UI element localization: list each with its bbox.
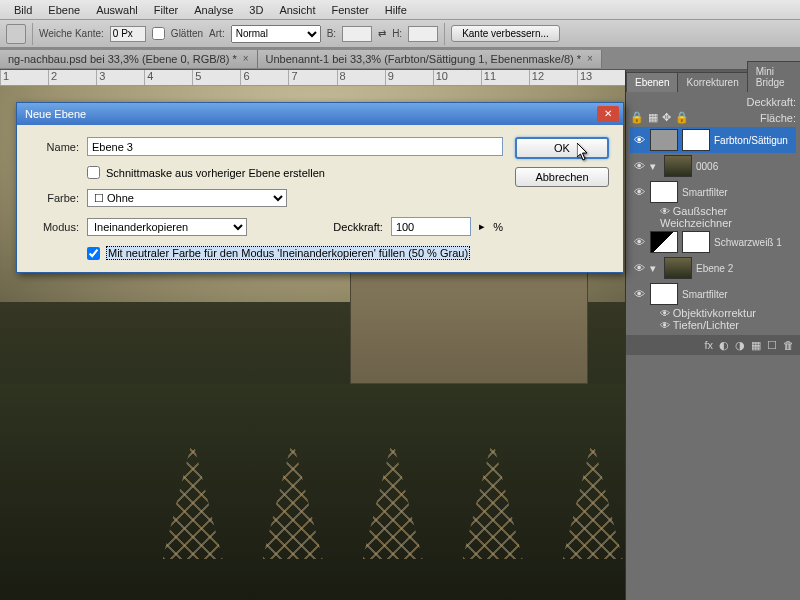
doc-tab-1-label: ng-nachbau.psd bei 33,3% (Ebene 0, RGB/8… xyxy=(8,53,237,65)
options-bar: Weiche Kante: Glätten Art: Normal B: ⇄ H… xyxy=(0,20,800,48)
chevron-down-icon[interactable]: ▾ xyxy=(650,160,660,173)
antialias-check[interactable] xyxy=(152,27,165,40)
opacity-input[interactable] xyxy=(391,217,471,236)
mask-icon[interactable]: ◐ xyxy=(719,339,729,352)
name-label: Name: xyxy=(31,141,79,153)
mode-select[interactable]: Ineinanderkopieren xyxy=(87,218,247,236)
menu-fenster[interactable]: Fenster xyxy=(323,4,376,16)
layer-thumb[interactable] xyxy=(664,155,692,177)
ruler-tick: 3 xyxy=(96,70,144,85)
visibility-icon[interactable]: 👁 xyxy=(632,288,646,300)
dialog-form: Name: Schnittmaske aus vorheriger Ebene … xyxy=(31,137,503,260)
group-icon[interactable]: ▦ xyxy=(751,339,761,352)
filter-mask-thumb[interactable] xyxy=(650,283,678,305)
image-trellis xyxy=(363,439,423,559)
menu-3d[interactable]: 3D xyxy=(241,4,271,16)
lock-all-icon[interactable]: 🔒 xyxy=(675,111,689,124)
chevron-down-icon[interactable]: ▾ xyxy=(650,262,660,275)
width-label: B: xyxy=(327,28,336,39)
style-select[interactable]: Normal xyxy=(231,25,321,43)
close-icon[interactable]: × xyxy=(243,53,249,64)
doc-tab-1[interactable]: ng-nachbau.psd bei 33,3% (Ebene 0, RGB/8… xyxy=(0,50,258,68)
layer-ebene2[interactable]: 👁 ▾ Ebene 2 xyxy=(630,255,796,281)
fx-icon[interactable]: fx xyxy=(704,339,713,351)
dialog-titlebar[interactable]: Neue Ebene ✕ xyxy=(17,103,623,125)
document-tabs: ng-nachbau.psd bei 33,3% (Ebene 0, RGB/8… xyxy=(0,48,800,70)
clip-mask-check[interactable] xyxy=(87,166,100,179)
move-icon[interactable]: ✥ xyxy=(662,111,671,124)
filter-shadows[interactable]: 👁 Tiefen/Lichter xyxy=(630,319,796,331)
layer-smartfilter-2[interactable]: 👁 Smartfilter xyxy=(630,281,796,307)
tab-ebenen[interactable]: Ebenen xyxy=(626,72,678,92)
close-icon[interactable]: × xyxy=(587,53,593,64)
ruler-tick: 1 xyxy=(0,70,48,85)
layer-label: Smartfilter xyxy=(682,289,728,300)
width-input[interactable] xyxy=(342,26,372,42)
color-select[interactable]: ☐ Ohne xyxy=(87,189,287,207)
menu-ebene[interactable]: Ebene xyxy=(40,4,88,16)
color-label: Farbe: xyxy=(31,192,79,204)
layer-smartfilter[interactable]: 👁 Smartfilter xyxy=(630,179,796,205)
layer-label: Smartfilter xyxy=(682,187,728,198)
mask-thumb[interactable] xyxy=(682,129,710,151)
menu-auswahl[interactable]: Auswahl xyxy=(88,4,146,16)
menu-bild[interactable]: Bild xyxy=(6,4,40,16)
visibility-icon[interactable]: 👁 xyxy=(632,186,646,198)
opacity-arrow-icon[interactable]: ▸ xyxy=(479,220,485,233)
tab-korrekturen[interactable]: Korrekturen xyxy=(677,72,747,92)
visibility-icon[interactable]: 👁 xyxy=(632,262,646,274)
dialog-body: Name: Schnittmaske aus vorheriger Ebene … xyxy=(17,125,623,272)
adjustment-icon[interactable]: ◑ xyxy=(735,339,745,352)
layer-label: Ebene 2 xyxy=(696,263,733,274)
image-trellis xyxy=(563,439,623,559)
ruler-horizontal: 12345678910111213 xyxy=(0,70,625,86)
clip-mask-label: Schnittmaske aus vorheriger Ebene erstel… xyxy=(106,167,325,179)
tab-minibridge[interactable]: Mini Bridge xyxy=(747,61,800,92)
filter-mask-thumb[interactable] xyxy=(650,181,678,203)
neutral-fill-label: Mit neutraler Farbe für den Modus 'Inein… xyxy=(106,246,470,260)
height-input[interactable] xyxy=(408,26,438,42)
mask-thumb[interactable] xyxy=(682,231,710,253)
visibility-icon[interactable]: 👁 xyxy=(632,160,646,172)
filter-label: Objektivkorrektur xyxy=(673,307,756,319)
right-panels: Ebenen Korrekturen Mini Bridge Deckkraft… xyxy=(625,70,800,600)
fill-label: Fläche: xyxy=(760,112,796,124)
layer-farbton[interactable]: 👁 Farbton/Sättigun xyxy=(630,127,796,153)
ruler-tick: 4 xyxy=(144,70,192,85)
refine-edge-button[interactable]: Kante verbessern... xyxy=(451,25,560,42)
style-label: Art: xyxy=(209,28,225,39)
ruler-tick: 10 xyxy=(433,70,481,85)
swap-icon[interactable]: ⇄ xyxy=(378,28,386,39)
tool-icon[interactable] xyxy=(6,24,26,44)
new-layer-icon[interactable]: ☐ xyxy=(767,339,777,352)
height-label: H: xyxy=(392,28,402,39)
filter-gaussian[interactable]: 👁 Gaußscher Weichzeichner xyxy=(630,205,796,229)
layer-thumb[interactable] xyxy=(664,257,692,279)
dialog-buttons: OK Abbrechen xyxy=(515,137,609,260)
adjustment-thumb[interactable] xyxy=(650,231,678,253)
doc-tab-2[interactable]: Unbenannt-1 bei 33,3% (Farbton/Sättigung… xyxy=(258,50,602,68)
mode-label: Modus: xyxy=(31,221,79,233)
lock-icon[interactable]: 🔒 xyxy=(630,111,644,124)
feather-input[interactable] xyxy=(110,26,146,42)
visibility-icon[interactable]: 👁 xyxy=(632,236,646,248)
ok-button[interactable]: OK xyxy=(515,137,609,159)
menu-analyse[interactable]: Analyse xyxy=(186,4,241,16)
layer-schwarzweiss[interactable]: 👁 Schwarzweiß 1 xyxy=(630,229,796,255)
menu-ansicht[interactable]: Ansicht xyxy=(271,4,323,16)
pixel-lock-icon[interactable]: ▦ xyxy=(648,111,658,124)
ruler-tick: 11 xyxy=(481,70,529,85)
visibility-icon[interactable]: 👁 xyxy=(632,134,646,146)
image-trellis xyxy=(263,439,323,559)
menu-hilfe[interactable]: Hilfe xyxy=(377,4,415,16)
cancel-button[interactable]: Abbrechen xyxy=(515,167,609,187)
layer-thumb[interactable] xyxy=(650,129,678,151)
neutral-fill-check[interactable] xyxy=(87,247,100,260)
close-button[interactable]: ✕ xyxy=(597,106,619,122)
name-input[interactable] xyxy=(87,137,503,156)
trash-icon[interactable]: 🗑 xyxy=(783,339,794,351)
ruler-tick: 2 xyxy=(48,70,96,85)
menu-filter[interactable]: Filter xyxy=(146,4,186,16)
filter-lens[interactable]: 👁 Objektivkorrektur xyxy=(630,307,796,319)
layer-0006[interactable]: 👁 ▾ 0006 xyxy=(630,153,796,179)
